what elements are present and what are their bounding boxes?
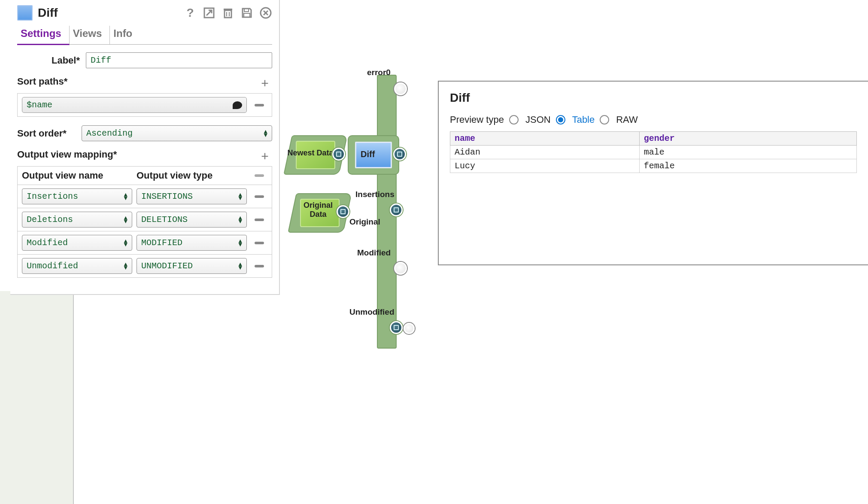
output-mapping-list: Output view name Output view type Insert… xyxy=(17,166,272,278)
col-header-name: Output view name xyxy=(22,170,132,181)
tab-settings[interactable]: Settings xyxy=(17,26,70,45)
cell-gender: female xyxy=(639,159,856,173)
port-insertions[interactable] xyxy=(390,203,403,216)
table-row: Aidan male xyxy=(450,146,857,159)
option-raw[interactable]: RAW xyxy=(616,114,638,125)
cell-name: Aidan xyxy=(450,146,640,159)
remove-row-icon[interactable] xyxy=(255,195,264,198)
output-label-error0: error0 xyxy=(367,68,391,77)
sort-path-row: $name xyxy=(18,94,272,116)
original-data-label: OriginalData xyxy=(294,201,342,219)
table-header-row: name gender xyxy=(450,132,857,146)
tab-views[interactable]: Views xyxy=(70,26,110,44)
output-type-select[interactable]: MODIFIED▲▼ xyxy=(137,235,247,251)
add-sort-path-icon[interactable]: + xyxy=(258,76,272,91)
output-mapping-row: Deletions▲▼ DELETIONS▲▼ xyxy=(18,208,272,231)
port-error0[interactable] xyxy=(394,82,407,95)
output-mapping-section: Output view mapping* + Output view name … xyxy=(17,149,272,278)
left-strip xyxy=(0,291,74,504)
output-mapping-header: Output view name Output view type xyxy=(18,167,272,185)
sort-paths-list: $name xyxy=(17,93,272,117)
output-mapping-label: Output view mapping* xyxy=(17,149,117,160)
pipeline-canvas[interactable]: error0 Newest Data Diff OriginalData Ins… xyxy=(283,69,425,369)
preview-table: name gender Aidan male Lucy female xyxy=(450,131,857,173)
cell-name: Lucy xyxy=(450,159,640,173)
trash-icon[interactable] xyxy=(222,6,234,19)
output-mapping-row: Unmodified▲▼ UNMODIFIED▲▼ xyxy=(18,254,272,277)
output-type-select[interactable]: UNMODIFIED▲▼ xyxy=(137,258,247,274)
sort-paths-label: Sort paths* xyxy=(17,76,67,87)
output-name-select[interactable]: Deletions▲▼ xyxy=(22,212,132,228)
preview-type-row: Preview type JSON Table RAW xyxy=(450,114,857,125)
col-header-type: Output view type xyxy=(137,170,247,181)
label-row: Label* xyxy=(17,52,272,68)
radio-table[interactable] xyxy=(556,115,565,124)
output-name-select[interactable]: Modified▲▼ xyxy=(22,235,132,251)
output-label-modified: Modified xyxy=(357,248,391,258)
col-gender: gender xyxy=(639,132,856,146)
radio-json[interactable] xyxy=(509,115,519,124)
output-name-select[interactable]: Unmodified▲▼ xyxy=(22,258,132,274)
port-unmodified-extra[interactable] xyxy=(404,323,415,334)
tabs: Settings Views Info xyxy=(17,26,272,45)
newest-data-label: Newest Data xyxy=(287,149,334,158)
output-mapping-row: Insertions▲▼ INSERTIONS▲▼ xyxy=(18,185,272,208)
remove-row-icon[interactable] xyxy=(255,242,264,244)
svg-rect-1 xyxy=(225,10,231,18)
col-name: name xyxy=(450,132,640,146)
preview-type-label: Preview type xyxy=(450,114,504,125)
port-diff-out[interactable] xyxy=(393,148,406,161)
suggest-icon[interactable] xyxy=(233,101,242,109)
sort-path-input[interactable]: $name xyxy=(22,97,247,113)
svg-rect-2 xyxy=(224,9,232,10)
radio-raw[interactable] xyxy=(600,115,609,124)
remove-row-icon[interactable] xyxy=(255,219,264,221)
port-modified[interactable] xyxy=(394,262,407,275)
output-name-select[interactable]: Insertions▲▼ xyxy=(22,188,132,204)
port-newest-data[interactable] xyxy=(332,148,345,161)
sort-order-select[interactable]: Ascending ▲▼ xyxy=(82,125,272,141)
output-mapping-row: Modified▲▼ MODIFIED▲▼ xyxy=(18,231,272,254)
close-icon[interactable] xyxy=(259,6,272,19)
save-icon[interactable] xyxy=(240,6,253,19)
remove-row-icon[interactable] xyxy=(255,265,264,267)
popout-icon[interactable] xyxy=(203,6,215,19)
node-chip-icon xyxy=(17,5,33,21)
option-table[interactable]: Table xyxy=(572,114,595,125)
tab-info[interactable]: Info xyxy=(110,26,140,44)
output-label-unmodified: Unmodified xyxy=(349,307,395,317)
output-type-select[interactable]: DELETIONS▲▼ xyxy=(137,212,247,228)
table-row: Lucy female xyxy=(450,159,857,173)
diff-node-label: Diff xyxy=(361,149,375,159)
output-type-select[interactable]: INSERTIONS▲▼ xyxy=(137,188,247,204)
preview-title: Diff xyxy=(450,91,857,105)
panel-actions: ? xyxy=(184,6,272,19)
panel-header: Diff ? xyxy=(17,5,272,26)
port-unmodified[interactable] xyxy=(390,321,403,334)
cell-gender: male xyxy=(639,146,856,159)
output-label-original: Original xyxy=(349,217,380,227)
add-output-mapping-icon[interactable]: + xyxy=(258,149,272,164)
panel-title: Diff xyxy=(38,6,179,20)
settings-panel: Diff ? Settings Views Info Label* Sort xyxy=(10,0,280,295)
label-label: Label* xyxy=(17,55,86,66)
output-label-insertions: Insertions xyxy=(355,190,395,199)
port-original-data[interactable] xyxy=(337,205,349,218)
preview-panel: Diff Preview type JSON Table RAW name ge… xyxy=(438,81,868,265)
remove-sort-path-icon[interactable] xyxy=(255,104,264,106)
sort-order-row: Sort order* Ascending ▲▼ xyxy=(17,125,272,141)
option-json[interactable]: JSON xyxy=(525,114,551,125)
remove-header-icon xyxy=(255,174,264,177)
sort-paths-section: Sort paths* + $name xyxy=(17,76,272,117)
help-icon[interactable]: ? xyxy=(184,6,197,19)
label-input[interactable] xyxy=(86,52,272,68)
sort-order-label: Sort order* xyxy=(17,128,82,139)
